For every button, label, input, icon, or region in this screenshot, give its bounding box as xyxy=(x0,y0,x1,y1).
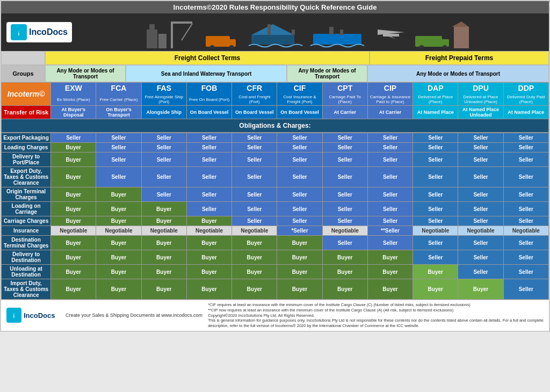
row-label-1: Loading Charges xyxy=(2,143,51,153)
row-label-0: Export Packaging xyxy=(2,133,51,143)
cell-2-1: Seller xyxy=(96,153,141,167)
cell-2-4: Seller xyxy=(232,153,277,167)
row-label-2: Delivery to Port/Place xyxy=(2,153,51,167)
svg-rect-5 xyxy=(171,21,173,48)
page-title: Incoterms©2020 Rules Responsibility Quic… xyxy=(173,3,377,11)
cell-9-8: Seller xyxy=(413,250,458,265)
risk-fca: On Buyer's Transport xyxy=(96,106,141,119)
cell-6-0: Buyer xyxy=(51,216,96,226)
cell-11-10: Seller xyxy=(503,279,548,300)
cell-10-1: Buyer xyxy=(96,265,141,279)
risk-cif: On Board Vessel xyxy=(277,106,322,119)
table-row: Loading ChargesBuyerSellerSellerSellerSe… xyxy=(2,143,549,153)
cell-0-3: Seller xyxy=(186,133,231,143)
cif-code-cell: CIF xyxy=(277,83,322,94)
risk-dap: At Named Place xyxy=(413,106,458,119)
svg-rect-15 xyxy=(292,30,295,35)
fob-code: FOB xyxy=(188,84,230,92)
footer: i IncoDocs Create your Sales & Shipping … xyxy=(1,300,549,331)
cell-0-6: Seller xyxy=(322,133,367,143)
cell-8-9: Seller xyxy=(458,236,503,250)
cell-4-5: Seller xyxy=(277,187,322,202)
cell-9-1: Buyer xyxy=(96,250,141,265)
cell-5-3: Seller xyxy=(186,202,231,216)
cip-code: CIP xyxy=(369,84,411,92)
cell-0-2: Seller xyxy=(141,133,186,143)
cell-7-5: *Seller xyxy=(277,226,322,236)
risk-cfr: On Board Vessel xyxy=(232,106,277,119)
footer-notes: *CIF requires at least an insurance with… xyxy=(208,302,544,329)
cell-3-1: Seller xyxy=(96,167,141,187)
fob-desc: Free On Board (Port) xyxy=(186,93,231,106)
cell-11-4: Buyer xyxy=(232,279,277,300)
cell-4-10: Seller xyxy=(503,187,548,202)
cell-2-7: Seller xyxy=(367,153,412,167)
svg-line-7 xyxy=(182,24,192,40)
cell-10-4: Buyer xyxy=(232,265,277,279)
cell-5-7: Seller xyxy=(367,202,412,216)
risk-cpt: At Carrier xyxy=(322,106,367,119)
cell-10-0: Buyer xyxy=(51,265,96,279)
cell-7-4: Negotiable xyxy=(232,226,277,236)
cell-7-1: Negotiable xyxy=(96,226,141,236)
row-label-9: Delivery to Destination xyxy=(2,250,51,265)
cell-6-10: Seller xyxy=(503,216,548,226)
cell-8-0: Buyer xyxy=(51,236,96,250)
cell-7-0: Negotiable xyxy=(51,226,96,236)
cell-9-4: Buyer xyxy=(232,250,277,265)
dpu-code: DPU xyxy=(459,84,502,92)
fas-code: FAS xyxy=(143,84,185,92)
footer-note1: *CIF requires at least an insurance with… xyxy=(208,302,544,308)
cell-2-8: Seller xyxy=(413,153,458,167)
ddp-code-cell: DDP xyxy=(503,83,548,94)
logo-banner: i IncoDocs xyxy=(1,13,549,51)
cell-11-0: Buyer xyxy=(51,279,96,300)
footer-note4: This is general information for guidance… xyxy=(208,318,544,329)
cell-8-8: Seller xyxy=(413,236,458,250)
cip-code-cell: CIP xyxy=(367,83,412,94)
cell-5-10: Seller xyxy=(503,202,548,216)
svg-rect-22 xyxy=(415,36,442,47)
cell-3-5: Seller xyxy=(277,167,322,187)
footer-logo: i IncoDocs xyxy=(6,308,60,323)
cell-8-6: Seller xyxy=(322,236,367,250)
risk-fob: On Board Vessel xyxy=(186,106,231,119)
row-label-10: Unloading at Destination xyxy=(2,265,51,279)
fca-code: FCA xyxy=(97,84,140,92)
cell-1-8: Seller xyxy=(413,143,458,153)
cell-5-9: Seller xyxy=(458,202,503,216)
cell-0-1: Seller xyxy=(96,133,141,143)
cell-1-5: Seller xyxy=(277,143,322,153)
cell-3-10: Seller xyxy=(503,167,548,187)
incoterm-desc-row: Ex Works (Place) Free Carrier (Place) Fr… xyxy=(2,93,549,106)
exw-code: EXW xyxy=(52,84,95,92)
cpt-code-cell: CPT xyxy=(322,83,367,94)
risk-fas: Alongside Ship xyxy=(141,106,186,119)
cell-3-3: Seller xyxy=(186,167,231,187)
any-mode-1-header: Any Mode or Modes of Transport xyxy=(45,65,126,82)
cell-11-1: Buyer xyxy=(96,279,141,300)
incoterm-code-row: Incoterm© EXW FCA FAS FOB CFR CI xyxy=(2,83,549,94)
cell-11-6: Buyer xyxy=(322,279,367,300)
freight-prepaid-header: Freight Prepaid Terms xyxy=(370,51,549,65)
cell-8-10: Seller xyxy=(503,236,548,250)
cell-4-0: Buyer xyxy=(51,187,96,202)
cif-code: CIF xyxy=(278,84,321,92)
cif-desc: Cost Insurance & Freight (Port) xyxy=(277,93,322,106)
cell-7-8: Negotiable xyxy=(413,226,458,236)
cell-3-8: Seller xyxy=(413,167,458,187)
incoterm-label-cell: Incoterm© xyxy=(2,83,51,106)
row-label-4: Origin Terminal Charges xyxy=(2,187,51,202)
cell-7-9: Negotiable xyxy=(458,226,503,236)
cell-1-9: Seller xyxy=(458,143,503,153)
groups-row: Groups Any Mode or Modes of Transport Se… xyxy=(1,65,549,82)
table-row: Export Duty, Taxes & Customs ClearanceBu… xyxy=(2,167,549,187)
row-label-8: Destination Terminal Charges xyxy=(2,236,51,250)
footer-logo-icon: i xyxy=(6,308,21,323)
cell-9-3: Buyer xyxy=(186,250,231,265)
footer-note3: Copyright©2020 IncoSolutions Pty Ltd. Al… xyxy=(208,313,544,318)
svg-rect-2 xyxy=(147,30,157,48)
cell-1-6: Seller xyxy=(322,143,367,153)
fob-code-cell: FOB xyxy=(186,83,231,94)
cell-4-4: Seller xyxy=(232,187,277,202)
